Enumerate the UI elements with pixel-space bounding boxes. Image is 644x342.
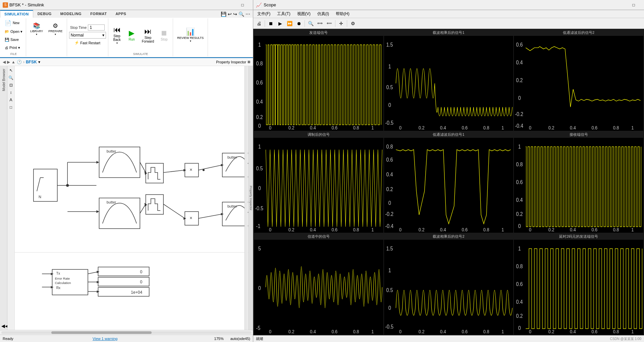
scope-menu-tools[interactable]: 工具(T) [274, 10, 293, 17]
breadcrumb-model[interactable]: BFSK [26, 60, 37, 64]
quick-access-icon1[interactable]: 💾 [221, 11, 226, 17]
step-forward-button[interactable]: ⏭ Step Forward [140, 25, 156, 45]
library-button[interactable]: 📚 LIBRARY ▾ [28, 19, 45, 39]
open-button[interactable]: 📂 Open ▾ [3, 28, 24, 35]
scope-plots-grid: 发送端信号 1 0.8 0.6 0.4 0.2 0 0 0.2 0 [253, 29, 644, 335]
search-icon[interactable]: 🔍 [238, 11, 244, 17]
fit-tool[interactable]: ⊡ [8, 82, 14, 88]
tab-modeling[interactable]: MODELING [56, 10, 86, 18]
save-icon: 💾 [5, 38, 9, 42]
scope-step-btn[interactable]: ⏩ [285, 19, 294, 27]
scope-zoom-btn[interactable]: 🔍 [306, 19, 315, 27]
model-browser-hide-btn[interactable]: ◀◀ [0, 322, 7, 330]
svg-text:0.2: 0.2 [419, 329, 425, 335]
scope-stop-btn[interactable]: ⏹ [266, 19, 275, 27]
save-button[interactable]: 💾 Save [3, 36, 20, 43]
scope-cursor-btn[interactable]: ✛ [337, 19, 345, 27]
vertical-scrollbar[interactable] [245, 66, 248, 330]
annotation-tool[interactable]: A [8, 97, 14, 103]
svg-text:0.2: 0.2 [516, 77, 523, 83]
scope-maximize-btn[interactable]: □ [626, 0, 641, 10]
svg-text:1: 1 [388, 64, 391, 70]
tab-format[interactable]: FORMAT [86, 10, 111, 18]
svg-text:-0.4: -0.4 [385, 223, 393, 229]
tab-debug[interactable]: DEBUG [33, 10, 56, 18]
simulink-maximize-btn[interactable]: □ [235, 0, 250, 10]
diagram-container: Model Browser ◀◀ ↖ 🔍 ⊡ ↕ A □ [0, 66, 253, 330]
review-results-button[interactable]: 📊 REVIEW RESULTS ▾ [175, 25, 206, 45]
scope-menu-view[interactable]: 视图(V) [294, 10, 313, 17]
stop-time-input[interactable] [88, 24, 105, 31]
scroll-top-btn[interactable]: ⊠ [248, 60, 250, 64]
scope-record-btn[interactable]: ⏺ [294, 19, 303, 27]
nav-recent-icon[interactable]: 🕐 [17, 60, 22, 64]
prepare-button[interactable]: ⚙ PREPARE ▾ [46, 19, 64, 39]
plot-canvas-4: 0.8 0.6 0.4 0.2 0 -0.2 -0.4 0 0.2 0.4 0.… [384, 138, 514, 233]
new-button[interactable]: 📄 New [3, 19, 21, 27]
scope-zoom-x-btn[interactable]: ⟺ [316, 19, 324, 27]
route-tool[interactable]: ↕ [8, 90, 14, 96]
svg-text:0: 0 [388, 305, 391, 311]
svg-text:1: 1 [632, 227, 634, 233]
mode-dropdown[interactable]: Normal ▾ [69, 32, 106, 39]
breadcrumb-dropdown[interactable]: ▾ [38, 60, 40, 64]
plot-cell-8: 延时2码元的发送端信号 1 0.8 0.6 0.4 0.2 0 0 0.2 0.… [514, 233, 643, 335]
svg-text:0: 0 [518, 223, 521, 229]
source-block[interactable] [34, 169, 57, 201]
source-label: N [39, 195, 41, 199]
file-group: 📄 New 📂 Open ▾ 💾 Save 🖨 Print [1, 18, 26, 56]
run-button[interactable]: ▶ Run [125, 25, 139, 45]
tab-simulation[interactable]: SIMULATION [0, 10, 33, 18]
svg-text:0: 0 [399, 329, 401, 335]
plot-cell-6: 信道中的信号 5 0 -5 0 0.2 0.4 0.6 0.8 1 [254, 233, 383, 335]
redo-icon[interactable]: ↪ [233, 11, 237, 17]
print-button[interactable]: 🖨 Print ▾ [3, 44, 21, 51]
svg-text:1: 1 [518, 144, 521, 150]
svg-text:0.6: 0.6 [592, 329, 598, 335]
svg-text:0.6: 0.6 [462, 125, 468, 131]
scope-zoom-y-btn[interactable]: ⟸ [325, 19, 334, 27]
plot-cell-3: 调制后的信号 1 0.5 0 -0.5 -1 0 0.2 0.4 0.6 0.8 [254, 131, 383, 233]
undo-icon[interactable]: ↩ [228, 11, 232, 17]
simulink-diagram: N butter butter [15, 66, 253, 330]
stop-button[interactable]: ⏹ Stop [157, 25, 171, 45]
plot-title-0: 发送端信号 [254, 30, 383, 36]
property-inspector-panel[interactable]: Property Inspector [248, 66, 253, 330]
scope-menu-sim[interactable]: 仿真(I) [315, 10, 332, 17]
zoom-in-tool[interactable]: 🔍 [8, 75, 14, 81]
scope-menu-help[interactable]: 帮助(H) [333, 10, 352, 17]
model-browser-tab[interactable]: Model Browser [0, 66, 7, 94]
tab-apps[interactable]: APPS [111, 10, 130, 18]
library-dropdown: ▾ [36, 33, 37, 36]
more-icon[interactable]: ⋯ [246, 11, 250, 17]
svg-text:1: 1 [632, 329, 634, 335]
fast-restart-toggle[interactable]: ⚡ Fast Restart [74, 40, 101, 46]
run-icon: ▶ [129, 29, 135, 38]
scope-print-btn[interactable]: 🖨 [255, 19, 263, 27]
step-back-button[interactable]: ⏮ Step Back ▾ [110, 25, 124, 45]
plot-title-2: 低通滤波后的信号2 [514, 30, 643, 36]
scope-settings-btn[interactable]: ⚙ [348, 19, 357, 27]
svg-text:0.8: 0.8 [353, 125, 359, 131]
select-tool[interactable]: ↖ [8, 67, 14, 73]
nav-forward-icon[interactable]: ▶ [7, 60, 10, 64]
status-warning[interactable]: View 1 warning [93, 337, 117, 341]
butter2-block[interactable] [99, 198, 140, 229]
simulink-window: S BFSK * - Simulink ─ □ ✕ SIMULATION DEB… [0, 0, 253, 342]
scope-menu-file[interactable]: 文件(F) [255, 10, 273, 17]
horizontal-scrollbar[interactable] [1, 331, 252, 334]
nav-up-icon[interactable]: ▲ [11, 60, 15, 64]
butter1-block[interactable] [99, 147, 140, 177]
svg-text:0.4: 0.4 [310, 227, 316, 233]
svg-text:0.6: 0.6 [256, 79, 263, 86]
svg-text:-0.5: -0.5 [385, 324, 393, 330]
nav-back-icon[interactable]: ◀ [3, 60, 6, 64]
property-inspector-toggle[interactable]: Property Inspector [216, 60, 246, 64]
pulse1-block[interactable] [146, 163, 164, 183]
svg-text:0.2: 0.2 [256, 114, 263, 120]
scrollbar-thumb[interactable] [51, 331, 151, 334]
pulse2-block[interactable] [146, 194, 164, 214]
wire-8 [163, 204, 185, 219]
scope-play-btn[interactable]: ▶ [276, 19, 284, 27]
area-tool[interactable]: □ [8, 104, 14, 110]
